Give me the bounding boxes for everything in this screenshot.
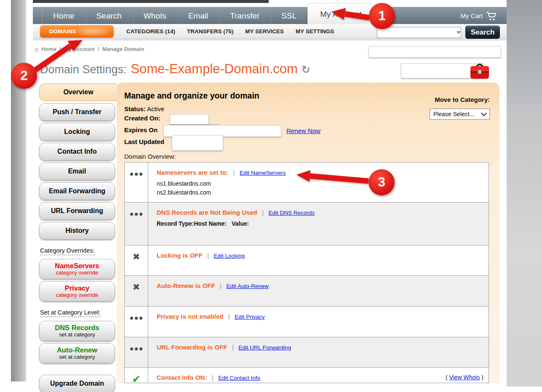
edit-url-forwarding-link[interactable]: Edit URL Forwarding (238, 344, 291, 351)
breadcrumb-my-account[interactable]: My Account (64, 46, 95, 52)
edit-contact-info-link[interactable]: Edit Contact Info (218, 375, 260, 381)
overview-row-privacy: Privacy is not enabled | Edit Privacy (125, 307, 489, 337)
nav-tab-whois[interactable]: WhoIs (133, 7, 177, 24)
edit-nameservers-link[interactable]: Edit NameServers (240, 170, 286, 176)
sidebar-item-push-transfer[interactable]: Push / Transfer (39, 103, 115, 121)
domain-search-input[interactable] (377, 28, 453, 37)
status-label: Status: (124, 105, 146, 112)
sidebar-item-privacy-override[interactable]: Privacy category override (39, 281, 115, 301)
overview-row-auto-renew: ✖ Auto-Renew is OFF | Edit Auto-Renew (125, 276, 489, 307)
nav-tab-search[interactable]: Search (85, 7, 133, 24)
status-line: Status: Active (124, 105, 164, 112)
edit-locking-link[interactable]: Edit Locking (214, 253, 245, 259)
category-title: Auto-Renew (57, 347, 97, 354)
row-status-off: OFF (215, 344, 227, 351)
toolbox-icon[interactable] (470, 61, 490, 80)
subnav-tab-domains[interactable]: DOMAINS (40, 25, 114, 37)
subnav-tab-categories[interactable]: CATEGORIES (14) (126, 28, 175, 35)
nav-tab-ssl[interactable]: SSL (270, 7, 307, 24)
breadcrumb: ⌂ Home / My Account / Manage Domain (35, 46, 144, 52)
combobox-dropdown-arrow-icon[interactable] (457, 31, 461, 34)
subnav-bottom-strip (33, 39, 507, 41)
override-title: NameServers (55, 262, 99, 270)
row-title: Privacy is not enabled (157, 313, 223, 320)
expires-label: Expires On (124, 126, 158, 133)
sidebar-item-url-forwarding[interactable]: URL Forwarding (39, 202, 115, 220)
section-heading: Manage and organize your domain (124, 91, 259, 101)
check-icon: ✔ (132, 373, 141, 383)
domain-search-combobox[interactable] (377, 27, 461, 38)
separator: | (207, 252, 209, 259)
breadcrumb-separator: / (98, 46, 99, 52)
separator: | (228, 313, 230, 320)
x-icon: ✖ (133, 282, 140, 292)
separator: | (220, 282, 222, 289)
sidebar-item-contact-info[interactable]: Contact Info (39, 143, 115, 160)
view-whois-link[interactable]: View Whois (449, 374, 480, 381)
subnav-tab-my-settings[interactable]: MY SETTINGS (296, 28, 334, 35)
three-dots-icon (125, 337, 148, 367)
overview-row-nameservers: Nameservers are set to: | Edit NameServe… (125, 163, 489, 203)
page-title-domain: Some-Example-Domain.com (131, 61, 298, 77)
nav-tab-home[interactable]: Home (42, 7, 85, 24)
my-cart-button[interactable]: My Cart (461, 7, 498, 24)
set-at-category-label: Set at Category Level: (40, 309, 100, 317)
annotation-number: 3 (378, 175, 385, 190)
category-subtitle: set at category (59, 354, 95, 360)
breadcrumb-separator: / (59, 46, 61, 52)
category-select-value: Please Select... (433, 111, 474, 117)
sidebar: Overview Push / Transfer Locking Contact… (39, 83, 119, 392)
paren-open: ( (446, 374, 448, 381)
separator: | (262, 209, 264, 216)
view-whois-wrapper: ( View Whois ) (446, 374, 483, 381)
updated-label: Last Updated (124, 138, 164, 145)
redacted-created-date (170, 114, 209, 125)
subnav-tab-transfers[interactable]: TRANSFERS (75) (187, 28, 233, 35)
domains-label: DOMAINS (49, 28, 76, 35)
refresh-icon[interactable]: ↻ (302, 64, 310, 76)
redacted-info-box (368, 46, 501, 58)
sidebar-item-history[interactable]: History (39, 222, 115, 240)
sidebar-item-email-forwarding[interactable]: Email Forwarding (39, 182, 115, 200)
row-status-off: OFF (203, 282, 215, 289)
edit-privacy-link[interactable]: Edit Privacy (235, 314, 264, 320)
move-to-category-label: Move to Category: (430, 96, 490, 103)
left-background-band (11, 0, 26, 381)
domains-redacted-count (77, 27, 109, 35)
nav-tab-transfer[interactable]: Transfer (219, 7, 270, 24)
account-sub-navigation: DOMAINS CATEGORIES (14) TRANSFERS (75) M… (33, 24, 507, 39)
category-select[interactable]: Please Select... (430, 109, 490, 120)
expires-line: Expires On (124, 126, 158, 133)
nav-tab-my-account[interactable]: My Account (307, 4, 374, 24)
subnav-tab-my-services[interactable]: MY SERVICES (245, 28, 284, 35)
three-dots-icon (125, 203, 148, 245)
upgrade-domain-button[interactable]: Upgrade Domain (39, 375, 115, 392)
annotation-step-2: 2 (11, 63, 37, 89)
sidebar-item-nameservers-override[interactable]: NameServers category override (39, 259, 115, 279)
override-subtitle: category override (56, 292, 98, 298)
sidebar-item-locking[interactable]: Locking (39, 123, 115, 141)
breadcrumb-manage-domain: Manage Domain (102, 46, 144, 52)
sidebar-item-auto-renew-category[interactable]: Auto-Renew set at category (39, 343, 115, 363)
row-status-off: OFF (190, 252, 203, 259)
edit-auto-renew-link[interactable]: Edit Auto-Renew (226, 283, 269, 289)
search-button[interactable]: Search (465, 26, 500, 39)
sidebar-item-overview[interactable]: Overview (39, 83, 117, 101)
cart-icon (486, 11, 497, 21)
subnav-items: CATEGORIES (14) TRANSFERS (75) MY SERVIC… (126, 24, 334, 39)
renew-now-link[interactable]: Renew Now (286, 127, 320, 134)
sidebar-item-email[interactable]: Email (39, 163, 115, 180)
row-title: URL Forwarding is (157, 344, 213, 351)
annotation-number: 2 (20, 68, 27, 83)
overview-row-url-forwarding: URL Forwarding is OFF | Edit URL Forward… (125, 337, 489, 368)
nav-tab-email[interactable]: Email (177, 7, 219, 24)
breadcrumb-home[interactable]: Home (41, 46, 56, 52)
sidebar-item-dns-records-category[interactable]: DNS Records set at category (39, 321, 115, 341)
separator: | (212, 374, 214, 381)
edit-dns-records-link[interactable]: Edit DNS Records (269, 210, 315, 216)
created-label: Created On: (124, 115, 160, 122)
status-value: Active (147, 105, 164, 112)
nameserver-1: ns1.bluestardns.com (157, 179, 489, 188)
row-title: Nameservers are set to: (157, 169, 228, 176)
override-title: Privacy (65, 285, 90, 292)
